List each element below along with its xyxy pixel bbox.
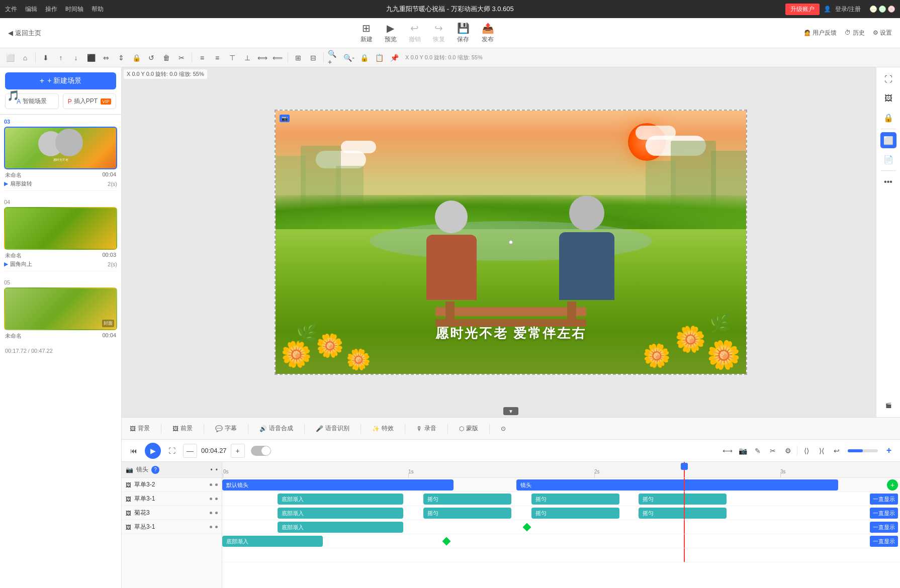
align-left-tool[interactable]: ≡: [196, 52, 208, 64]
layer-1-dot1[interactable]: [210, 498, 212, 500]
ungroup-tool[interactable]: ⊟: [307, 52, 319, 64]
align-top-tool[interactable]: ⊤: [226, 52, 238, 64]
delete-tool[interactable]: 🗑: [160, 52, 172, 64]
layer-2-dot1[interactable]: [210, 512, 212, 514]
canvas-expand-button[interactable]: ▼: [503, 407, 518, 415]
track2-block-2[interactable]: 摇匀: [423, 508, 511, 519]
tl-zoom-in-button[interactable]: +: [231, 444, 245, 458]
lock2-tool[interactable]: 🔒: [358, 52, 370, 64]
lock-tool[interactable]: 🔒: [130, 52, 142, 64]
new-scene-button[interactable]: + + 新建场景: [5, 72, 116, 89]
redo-button[interactable]: ↪ 恢复: [433, 22, 445, 44]
keyframe-diamond-1[interactable]: [523, 523, 531, 531]
align-right-tool[interactable]: ≡: [211, 52, 223, 64]
download-tool[interactable]: ⬇: [40, 52, 52, 64]
scene-thumb-04[interactable]: [4, 207, 117, 250]
feedback-button[interactable]: 🙍 用户反馈: [803, 29, 837, 37]
tl-header-dot1[interactable]: •: [211, 466, 213, 473]
tl-collapse-button[interactable]: ⟨⟩: [800, 445, 813, 457]
help-button[interactable]: ?: [151, 466, 159, 474]
canvas-container[interactable]: 🌼 🌼 🌼 🌿 🌼 🌼 🌼 🌿: [122, 67, 900, 417]
insert-ppt-button[interactable]: P 插入PPT VIP: [63, 93, 117, 109]
flip-v-tool[interactable]: ⇕: [115, 52, 127, 64]
login-button[interactable]: 登录/注册: [835, 5, 861, 14]
scene-thumb-03[interactable]: 愿时光不老: [4, 127, 117, 169]
rotate-tool[interactable]: ↺: [145, 52, 157, 64]
layer-2-dot2[interactable]: [215, 512, 218, 514]
keyframe-diamond-2[interactable]: [442, 537, 451, 545]
home-tool[interactable]: ⌂: [19, 52, 31, 64]
layer-3-dot2[interactable]: [215, 526, 218, 528]
more-options-button[interactable]: •••: [880, 174, 896, 190]
select-tool[interactable]: ⬜: [4, 52, 16, 64]
distribute-h-tool[interactable]: ⟺: [256, 52, 268, 64]
track3-always[interactable]: 一直显示: [870, 522, 898, 533]
camera-block-1[interactable]: 默认镜头: [222, 479, 454, 491]
asr-button[interactable]: 🎤 语音识别: [313, 422, 352, 435]
track2-always[interactable]: 一直显示: [870, 508, 898, 519]
upgrade-button[interactable]: 升级账户: [785, 4, 820, 15]
zoom-in-tool[interactable]: 🔍+: [328, 52, 340, 64]
menu-timeline[interactable]: 时间轴: [65, 5, 83, 14]
panel-btn-4[interactable]: ⬜: [880, 132, 896, 148]
screenshot-button[interactable]: 🎬: [880, 397, 896, 413]
layer-1-dot2[interactable]: [215, 498, 218, 500]
tl-zoom-slider[interactable]: [848, 449, 878, 452]
fg-button[interactable]: 🖼 前景: [169, 422, 196, 435]
align-center-tool[interactable]: ⬛: [85, 52, 97, 64]
track1-always[interactable]: 一直显示: [870, 494, 898, 505]
panel-btn-3[interactable]: 🔒: [880, 110, 896, 126]
copy-tool[interactable]: 📋: [373, 52, 385, 64]
maximize-button[interactable]: □: [879, 6, 886, 13]
track1-block-2[interactable]: 摇匀: [423, 494, 511, 505]
tl-expand-button[interactable]: ⟩⟨: [816, 445, 828, 457]
flip-h-tool[interactable]: ⇔: [100, 52, 112, 64]
menu-file[interactable]: 文件: [5, 5, 17, 14]
history-button[interactable]: ⏱ 历史: [845, 29, 864, 37]
track2-block-3[interactable]: 摇匀: [531, 508, 619, 519]
track1-block-4[interactable]: 摇匀: [639, 494, 727, 505]
tl-header-dot2[interactable]: •: [216, 466, 218, 473]
group-tool[interactable]: ⊞: [292, 52, 304, 64]
layer-3-dot1[interactable]: [210, 526, 212, 528]
panel-btn-2[interactable]: 🖼: [880, 90, 896, 107]
fullscreen-button[interactable]: ⛶: [880, 71, 896, 87]
more-tl-button[interactable]: ⊙: [498, 423, 509, 434]
track4-always[interactable]: 一直显示: [870, 536, 898, 547]
menu-edit[interactable]: 编辑: [25, 5, 37, 14]
undo-button[interactable]: ↩ 撤销: [409, 22, 421, 44]
back-home-button[interactable]: ◀ 返回主页: [8, 29, 41, 38]
tl-filter-button[interactable]: ⚙: [782, 445, 794, 457]
tl-edit-button[interactable]: ✎: [752, 445, 764, 457]
minimize-button[interactable]: —: [870, 6, 877, 13]
menu-help[interactable]: 帮助: [92, 5, 104, 14]
layer-0-dot2[interactable]: [215, 483, 218, 486]
track2-block-4[interactable]: 摇匀: [639, 508, 727, 519]
track2-block-1[interactable]: 底部渐入: [278, 508, 403, 519]
subtitle-button[interactable]: 💬 字幕: [212, 422, 240, 435]
bg-button[interactable]: 🖼 背景: [127, 422, 153, 435]
mask-button[interactable]: ⬡ 蒙版: [456, 422, 481, 435]
align-bottom-tool[interactable]: ⊥: [241, 52, 253, 64]
down-tool[interactable]: ↓: [70, 52, 82, 64]
track4-block-1[interactable]: 底部渐入: [222, 536, 323, 547]
layer-0-dot1[interactable]: [210, 483, 212, 486]
up-tool[interactable]: ↑: [55, 52, 67, 64]
close-button[interactable]: ✕: [888, 6, 895, 13]
effects-button[interactable]: ✨ 特效: [369, 422, 397, 435]
record-button[interactable]: 🎙 录音: [413, 422, 439, 435]
track3-block-1[interactable]: 底部渐入: [278, 522, 403, 533]
track1-block-3[interactable]: 摇匀: [531, 494, 619, 505]
tl-fit-button[interactable]: ⟷: [722, 445, 734, 457]
camera-add-btn[interactable]: +: [887, 479, 898, 491]
zoom-out-tool[interactable]: 🔍-: [343, 52, 355, 64]
publish-button[interactable]: 📤 发布: [482, 22, 494, 44]
tl-camera-button[interactable]: 📷: [737, 445, 749, 457]
panel-btn-5[interactable]: 📄: [880, 151, 896, 167]
tl-play-button[interactable]: ▶: [145, 443, 161, 459]
tl-undo-button[interactable]: ↩: [831, 445, 843, 457]
save-button[interactable]: 💾 保存: [457, 22, 470, 44]
new-button[interactable]: ⊞ 新建: [361, 22, 373, 44]
tl-go-start-button[interactable]: ⏮: [127, 444, 141, 458]
tl-add-track-button[interactable]: +: [883, 445, 895, 457]
